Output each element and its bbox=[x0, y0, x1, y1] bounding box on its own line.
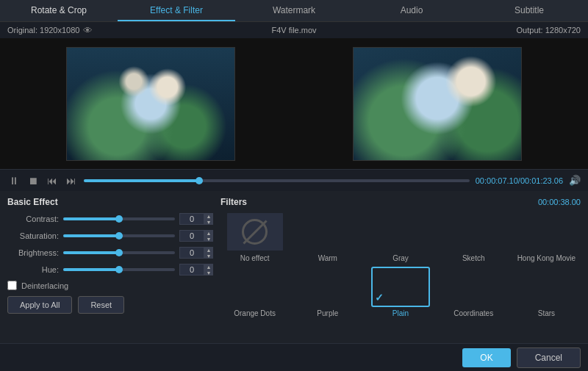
brightness-spin-up[interactable]: ▲ bbox=[204, 247, 213, 253]
filter-thumb-purple bbox=[298, 267, 357, 307]
filter-thumb-inner-no-effect bbox=[227, 213, 283, 251]
reset-button[interactable]: Reset bbox=[78, 296, 124, 314]
tab-rotate-crop[interactable]: Rotate & Crop bbox=[0, 0, 118, 21]
output-label: Output: 1280x720 bbox=[517, 26, 581, 35]
hue-slider[interactable] bbox=[63, 268, 175, 271]
deinterlacing-label[interactable]: Deinterlacing bbox=[21, 281, 68, 290]
saturation-input[interactable] bbox=[179, 230, 204, 242]
hue-spin: ▲ ▼ bbox=[204, 264, 213, 275]
video-frames bbox=[0, 38, 588, 169]
filter-thumb-inner-coordinates bbox=[445, 268, 501, 306]
filter-thumb-warm bbox=[298, 212, 357, 252]
filter-name-plain: Plain bbox=[392, 309, 409, 317]
ok-button[interactable]: OK bbox=[462, 348, 510, 367]
filters-title: Filters bbox=[220, 197, 247, 207]
filter-thumb-inner-orange-dots bbox=[227, 268, 283, 306]
filter-item-sketch[interactable]: Sketch bbox=[440, 212, 508, 262]
filter-thumb-orange-dots bbox=[226, 267, 284, 307]
right-frame-content bbox=[354, 48, 521, 160]
filter-thumb-plain: ✓ bbox=[371, 267, 430, 307]
filter-name-hk-movie: Hong Kong Movie bbox=[517, 254, 576, 262]
action-buttons: Apply to All Reset bbox=[7, 296, 213, 314]
preview-area: Original: 1920x1080 👁 F4V file.mov Outpu… bbox=[0, 22, 588, 191]
tab-audio[interactable]: Audio bbox=[353, 0, 470, 21]
saturation-label: Saturation: bbox=[7, 231, 59, 240]
contrast-label: Contrast: bbox=[7, 215, 59, 223]
filter-item-plain[interactable]: ✓ Plain bbox=[366, 267, 434, 317]
filter-thumb-no-effect bbox=[226, 212, 284, 252]
filter-name-stars: Stars bbox=[538, 309, 555, 317]
cancel-button[interactable]: Cancel bbox=[517, 347, 581, 368]
hue-spin-up[interactable]: ▲ bbox=[204, 264, 213, 270]
brightness-slider[interactable] bbox=[63, 251, 175, 254]
brightness-value-container: ▲ ▼ bbox=[179, 247, 213, 259]
filter-item-coordinates[interactable]: Coordinates bbox=[440, 267, 508, 317]
progress-bar[interactable] bbox=[84, 179, 470, 182]
hue-fill bbox=[63, 268, 119, 271]
deinterlacing-row: Deinterlacing bbox=[7, 281, 213, 290]
filter-thumb-coordinates bbox=[444, 267, 503, 307]
hue-input[interactable] bbox=[179, 264, 204, 275]
contrast-handle[interactable] bbox=[115, 215, 123, 223]
saturation-slider[interactable] bbox=[63, 234, 175, 237]
saturation-spin: ▲ ▼ bbox=[204, 230, 213, 242]
filter-item-orange-dots[interactable]: Orange Dots bbox=[220, 267, 289, 317]
saturation-row: Saturation: ▲ ▼ bbox=[7, 230, 213, 242]
pause-button[interactable]: ⏸ bbox=[7, 175, 21, 187]
left-video-frame bbox=[66, 47, 235, 161]
hue-value-container: ▲ ▼ bbox=[179, 264, 213, 275]
saturation-fill bbox=[63, 234, 119, 237]
eye-icon[interactable]: 👁 bbox=[83, 25, 93, 36]
file-name: F4V file.mov bbox=[271, 26, 316, 35]
filter-item-warm[interactable]: Warm bbox=[293, 212, 362, 262]
prev-frame-button[interactable]: ⏮ bbox=[46, 175, 59, 187]
original-label: Original: 1920x1080 bbox=[7, 26, 79, 35]
brightness-row: Brightness: ▲ ▼ bbox=[7, 247, 213, 259]
contrast-value-container: ▲ ▼ bbox=[179, 213, 213, 225]
tab-subtitle[interactable]: Subtitle bbox=[470, 0, 588, 21]
hue-spin-down[interactable]: ▼ bbox=[204, 270, 213, 275]
footer: OK Cancel bbox=[0, 343, 588, 371]
filter-item-purple[interactable]: Purple bbox=[293, 267, 362, 317]
preview-header: Original: 1920x1080 👁 F4V file.mov Outpu… bbox=[0, 22, 588, 38]
filter-thumb-gray bbox=[371, 212, 430, 252]
main-content: Original: 1920x1080 👁 F4V file.mov Outpu… bbox=[0, 22, 588, 371]
contrast-spin-up[interactable]: ▲ bbox=[204, 213, 213, 219]
brightness-spin-down[interactable]: ▼ bbox=[204, 253, 213, 259]
tab-bar: Rotate & Crop Effect & Filter Watermark … bbox=[0, 0, 588, 22]
filters-panel: Filters 00:00:38.00 No effect bbox=[220, 197, 581, 337]
filter-thumb-inner-hk-movie bbox=[518, 213, 574, 251]
contrast-row: Contrast: ▲ ▼ bbox=[7, 213, 213, 225]
contrast-input[interactable] bbox=[179, 213, 204, 225]
deinterlacing-checkbox[interactable] bbox=[7, 281, 17, 290]
brightness-handle[interactable] bbox=[115, 249, 123, 256]
saturation-spin-down[interactable]: ▼ bbox=[204, 236, 213, 242]
filter-thumb-hk-movie bbox=[517, 212, 576, 252]
filter-thumb-inner-purple bbox=[300, 268, 356, 306]
saturation-handle[interactable] bbox=[115, 232, 123, 239]
saturation-spin-up[interactable]: ▲ bbox=[204, 230, 213, 236]
volume-icon[interactable]: 🔊 bbox=[569, 175, 581, 186]
contrast-spin: ▲ ▼ bbox=[204, 213, 213, 225]
progress-handle[interactable] bbox=[196, 177, 203, 184]
tab-effect-filter[interactable]: Effect & Filter bbox=[118, 0, 235, 21]
stop-button[interactable]: ⏹ bbox=[26, 175, 40, 187]
filter-item-stars[interactable]: Stars bbox=[512, 267, 581, 317]
filter-name-coordinates: Coordinates bbox=[453, 309, 493, 317]
filter-item-no-effect[interactable]: No effect bbox=[220, 212, 289, 262]
contrast-slider[interactable] bbox=[63, 217, 175, 220]
filter-name-sketch: Sketch bbox=[462, 254, 485, 262]
hue-handle[interactable] bbox=[115, 266, 123, 273]
filter-name-no-effect: No effect bbox=[240, 254, 270, 262]
brightness-input[interactable] bbox=[179, 247, 204, 259]
tab-watermark[interactable]: Watermark bbox=[235, 0, 353, 21]
filter-item-hk-movie[interactable]: Hong Kong Movie bbox=[512, 212, 581, 262]
left-frame-content bbox=[67, 48, 234, 160]
next-frame-button[interactable]: ⏭ bbox=[65, 175, 78, 187]
progress-fill bbox=[84, 179, 199, 182]
contrast-fill bbox=[63, 217, 119, 220]
filter-item-gray[interactable]: Gray bbox=[366, 212, 434, 262]
contrast-spin-down[interactable]: ▼ bbox=[204, 219, 213, 225]
brightness-label: Brightness: bbox=[7, 248, 59, 257]
apply-all-button[interactable]: Apply to All bbox=[7, 296, 72, 314]
